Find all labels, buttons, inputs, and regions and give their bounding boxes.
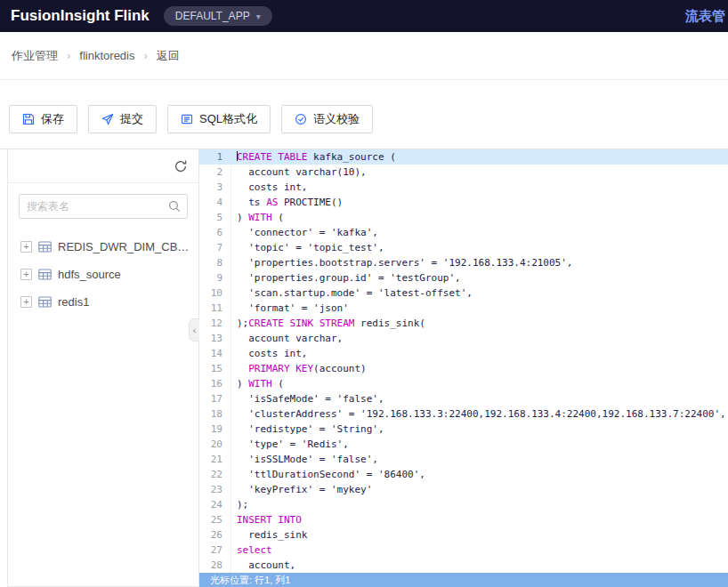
code-line[interactable]: 9 'properties.group.id' = 'testGroup', (199, 270, 728, 285)
code-text: ) WITH ( (231, 210, 284, 225)
top-navbar: FusionInsight Flink DEFAULT_APP ▾ 流表管 (0, 0, 728, 32)
cursor-position-text: 光标位置: 行1, 列1 (210, 575, 290, 585)
table-name: redis1 (58, 295, 89, 309)
save-icon (22, 113, 35, 125)
line-number: 15 (199, 361, 231, 376)
line-number: 16 (199, 376, 231, 391)
code-line[interactable]: 18 'clusterAddress' = '192.168.133.3:224… (199, 406, 728, 422)
code-text: select (231, 543, 272, 558)
code-line[interactable]: 27select (199, 543, 728, 558)
breadcrumb: 作业管理 › flinktoredis › 返回 (0, 32, 728, 80)
line-number: 24 (199, 497, 231, 512)
sql-format-button[interactable]: SQL格式化 (167, 105, 271, 133)
code-line[interactable]: 23 'keyPrefix' = 'mykey' (199, 482, 728, 497)
breadcrumb-job-name: flinktoredis (79, 49, 134, 62)
code-text: 'clusterAddress' = '192.168.133.3:22400,… (231, 406, 726, 422)
code-lines: 1CREATE TABLE kafka_source (2 account va… (199, 149, 728, 573)
code-line[interactable]: 10 'scan.startup.mode' = 'latest-offset'… (199, 285, 728, 301)
stream-table-management-link[interactable]: 流表管 (685, 8, 725, 25)
line-number: 5 (199, 210, 231, 225)
code-text: ); (231, 497, 248, 512)
code-line[interactable]: 8 'properties.bootstrap.servers' = '192.… (199, 255, 728, 270)
code-text: 'format' = 'json' (231, 301, 349, 316)
line-number: 11 (199, 301, 231, 316)
code-text: PRIMARY KEY(account) (231, 361, 367, 376)
refresh-icon[interactable] (174, 159, 188, 173)
code-text: );CREATE SINK STREAM redis_sink( (231, 316, 425, 331)
code-line[interactable]: 1CREATE TABLE kafka_source ( (199, 149, 728, 165)
chevron-right-icon: › (67, 49, 70, 62)
submit-button[interactable]: 提交 (88, 105, 157, 133)
app-selector-dropdown[interactable]: DEFAULT_APP ▾ (164, 6, 272, 26)
code-line[interactable]: 6 'connector' = 'kafka', (199, 225, 728, 240)
code-line[interactable]: 5) WITH ( (199, 210, 728, 225)
code-text: ) WITH ( (231, 376, 284, 391)
table-name: REDIS_DWR_DIM_CBG_S... (58, 240, 190, 253)
line-number: 22 (199, 467, 231, 482)
code-line[interactable]: 26 redis_sink (199, 527, 728, 543)
code-text: 'ttlDurationSecond' = '86400', (231, 467, 425, 482)
panel-collapse-handle[interactable]: ‹ (189, 318, 199, 342)
code-line[interactable]: 4 ts AS PROCTIME() (199, 195, 728, 210)
code-text: 'redistype' = 'String', (231, 422, 384, 437)
submit-icon (101, 113, 114, 125)
code-text: account, (231, 558, 295, 573)
code-line[interactable]: 19 'redistype' = 'String', (199, 422, 728, 437)
search-input[interactable] (19, 194, 188, 219)
line-number: 19 (199, 422, 231, 437)
editor-toolbar: 保存 提交 SQL格式化 语义校验 (0, 80, 728, 149)
line-number: 2 (199, 165, 231, 180)
table-search (19, 194, 188, 219)
code-text: 'topic' = 'topic_test', (231, 240, 384, 255)
code-line[interactable]: 16) WITH ( (199, 376, 728, 391)
semantic-check-button[interactable]: 语义校验 (281, 105, 373, 133)
table-name: hdfs_source (58, 268, 121, 281)
code-line[interactable]: 3 costs int, (199, 180, 728, 195)
breadcrumb-back-link[interactable]: 返回 (157, 48, 180, 64)
submit-button-label: 提交 (120, 111, 143, 127)
code-line[interactable]: 12);CREATE SINK STREAM redis_sink( (199, 316, 728, 331)
code-text: account varchar(10), (231, 165, 367, 180)
code-text: costs int, (231, 346, 307, 361)
save-button[interactable]: 保存 (9, 105, 77, 133)
app-selector-value: DEFAULT_APP (175, 10, 250, 22)
code-line[interactable]: 7 'topic' = 'topic_test', (199, 240, 728, 255)
line-number: 1 (199, 149, 231, 165)
line-number: 9 (199, 270, 231, 285)
code-text: INSERT INTO (231, 512, 302, 527)
expand-icon[interactable]: + (20, 241, 32, 253)
code-text: 'keyPrefix' = 'mykey' (231, 482, 372, 497)
code-line[interactable]: 2 account varchar(10), (199, 165, 728, 180)
code-line[interactable]: 14 costs int, (199, 346, 728, 361)
code-line[interactable]: 15 PRIMARY KEY(account) (199, 361, 728, 376)
expand-icon[interactable]: + (20, 269, 32, 280)
code-text: costs int, (231, 180, 307, 195)
code-line[interactable]: 25INSERT INTO (199, 512, 728, 527)
code-line[interactable]: 28 account, (199, 558, 728, 573)
line-number: 25 (199, 512, 231, 527)
breadcrumb-job-management[interactable]: 作业管理 (12, 48, 58, 64)
code-text: ts AS PROCTIME() (231, 195, 343, 210)
tree-item-table[interactable]: +hdfs_source (8, 261, 198, 288)
app-title: FusionInsight Flink (11, 7, 150, 25)
code-line[interactable]: 11 'format' = 'json' (199, 301, 728, 316)
line-number: 20 (199, 437, 231, 452)
line-number: 28 (199, 558, 231, 573)
code-text: 'connector' = 'kafka', (231, 225, 378, 240)
expand-icon[interactable]: + (20, 296, 32, 308)
code-text: 'type' = 'Redis', (231, 437, 349, 452)
code-line[interactable]: 24); (199, 497, 728, 512)
code-line[interactable]: 20 'type' = 'Redis', (199, 437, 728, 452)
code-line[interactable]: 13 account varchar, (199, 331, 728, 346)
tree-item-table[interactable]: +redis1 (8, 288, 198, 316)
code-line[interactable]: 17 'isSafeMode' = 'false', (199, 391, 728, 406)
tree-item-table[interactable]: +REDIS_DWR_DIM_CBG_S... (8, 233, 198, 261)
code-line[interactable]: 21 'isSSLMode' = 'false', (199, 452, 728, 467)
line-number: 27 (199, 543, 231, 558)
search-icon (168, 200, 181, 216)
table-list-panel: +REDIS_DWR_DIM_CBG_S...+hdfs_source+redi… (7, 149, 199, 587)
code-line[interactable]: 22 'ttlDurationSecond' = '86400', (199, 467, 728, 482)
table-icon (38, 269, 52, 280)
line-number: 3 (199, 180, 231, 195)
sql-editor[interactable]: 1CREATE TABLE kafka_source (2 account va… (199, 149, 728, 573)
